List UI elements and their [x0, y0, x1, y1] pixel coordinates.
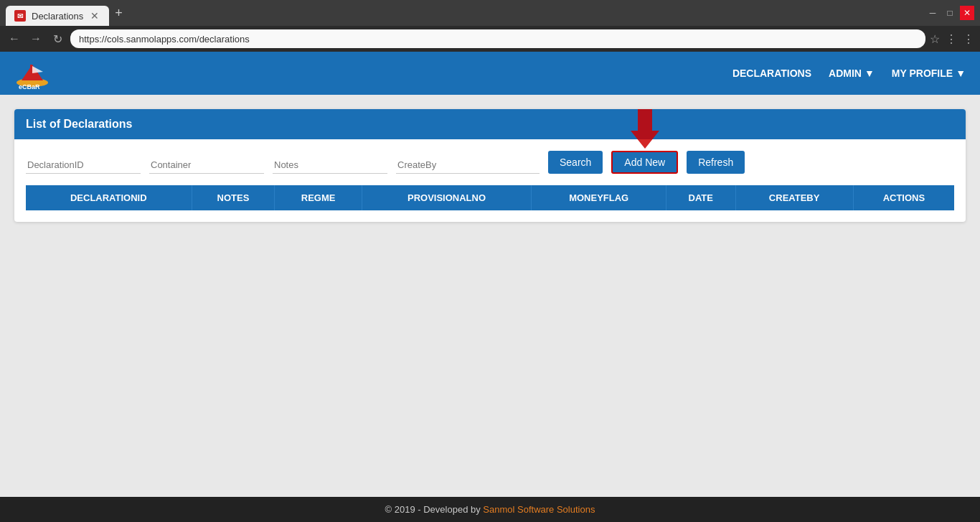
- bookmark-icon[interactable]: ☆: [930, 32, 940, 46]
- main-content: List of Declarations Search: [0, 95, 980, 236]
- refresh-button[interactable]: Refresh: [687, 151, 745, 174]
- browser-tab[interactable]: ✉ Declarations ✕: [6, 6, 109, 26]
- tab-favicon: ✉: [14, 10, 26, 22]
- svg-marker-3: [32, 66, 43, 73]
- table-header: DECLARATIONID NOTES REGME PROVISIONALNO …: [26, 185, 954, 210]
- forward-button[interactable]: →: [27, 32, 44, 45]
- declaration-id-field: [26, 157, 141, 174]
- tab-close-button[interactable]: ✕: [89, 10, 100, 22]
- col-notes: NOTES: [192, 185, 275, 210]
- app-footer: © 2019 - Developed by Sanmol Software So…: [0, 497, 980, 522]
- nav-admin[interactable]: ADMIN ▼: [829, 67, 875, 79]
- notes-field: [273, 157, 387, 174]
- filter-row: Search Add New Refresh: [26, 151, 954, 174]
- card-header: List of Declarations: [14, 109, 966, 139]
- nav-my-profile[interactable]: MY PROFILE ▼: [892, 67, 966, 79]
- search-button[interactable]: Search: [548, 151, 603, 174]
- close-button[interactable]: ✕: [960, 6, 974, 20]
- nav-declarations[interactable]: DECLARATIONS: [732, 67, 811, 79]
- new-tab-button[interactable]: +: [115, 6, 123, 21]
- createby-input[interactable]: [396, 157, 540, 174]
- logo-icon: eCBaR: [14, 57, 50, 90]
- svg-rect-2: [30, 65, 32, 79]
- browser-chrome: ✉ Declarations ✕ + ─ □ ✕ ← → ↻ ☆ ⋮ ⋮: [0, 0, 980, 52]
- admin-chevron-icon: ▼: [864, 67, 875, 79]
- app-header: eCBaR DECLARATIONS ADMIN ▼ MY PROFILE ▼: [0, 52, 980, 95]
- logo-area: eCBaR: [14, 57, 50, 90]
- browser-addressbar: ← → ↻ ☆ ⋮ ⋮: [0, 26, 980, 52]
- window-controls: ─ □ ✕: [925, 6, 974, 20]
- svg-text:eCBaR: eCBaR: [19, 83, 40, 90]
- container-field: [149, 157, 264, 174]
- page-title: List of Declarations: [26, 118, 132, 130]
- card-body: Search Add New Refresh: [14, 139, 966, 222]
- reload-button[interactable]: ↻: [49, 32, 66, 46]
- nav-links: DECLARATIONS ADMIN ▼ MY PROFILE ▼: [732, 67, 966, 79]
- footer-text: © 2019 - Developed by: [385, 504, 484, 515]
- browser-icons: ☆ ⋮ ⋮: [930, 32, 974, 46]
- browser-titlebar: ✉ Declarations ✕ + ─ □ ✕: [0, 0, 980, 26]
- footer-link[interactable]: Sanmol Software Solutions: [483, 504, 595, 515]
- back-button[interactable]: ←: [6, 32, 23, 45]
- declaration-id-input[interactable]: [26, 157, 141, 174]
- maximize-button[interactable]: □: [943, 6, 957, 20]
- minimize-button[interactable]: ─: [925, 6, 940, 20]
- col-moneyflag: MONEYFLAG: [532, 185, 666, 210]
- table-header-row: DECLARATIONID NOTES REGME PROVISIONALNO …: [26, 185, 954, 210]
- menu-icon[interactable]: ⋮: [963, 32, 974, 46]
- address-bar[interactable]: [70, 29, 925, 48]
- declarations-table: DECLARATIONID NOTES REGME PROVISIONALNO …: [26, 185, 954, 210]
- profile-chevron-icon: ▼: [956, 67, 966, 79]
- createby-field: [396, 157, 540, 174]
- extensions-icon[interactable]: ⋮: [946, 32, 957, 46]
- col-regme: REGME: [275, 185, 362, 210]
- col-declarationid: DECLARATIONID: [26, 185, 192, 210]
- container-input[interactable]: [149, 157, 264, 174]
- add-new-container: Add New: [611, 151, 678, 174]
- declarations-card: List of Declarations Search: [14, 109, 966, 222]
- col-createby: CREATEBY: [735, 185, 853, 210]
- notes-input[interactable]: [273, 157, 387, 174]
- col-date: DATE: [666, 185, 736, 210]
- tab-title: Declarations: [32, 11, 83, 22]
- col-provisionalno: PROVISIONALNO: [362, 185, 532, 210]
- col-actions: ACTIONS: [853, 185, 954, 210]
- add-new-button[interactable]: Add New: [611, 151, 678, 174]
